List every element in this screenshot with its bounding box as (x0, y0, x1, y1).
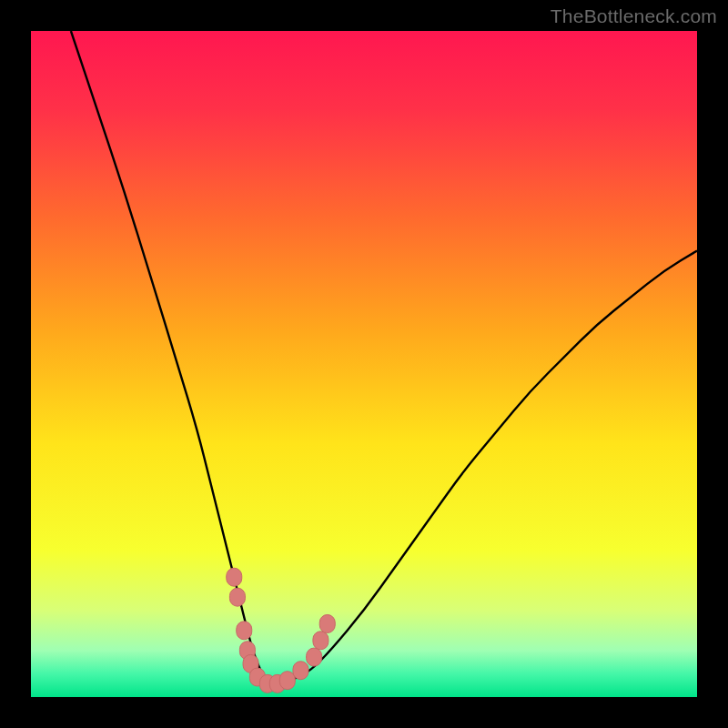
chart-frame: TheBottleneck.com (0, 0, 728, 728)
data-marker (279, 672, 295, 690)
gradient-background (31, 31, 697, 697)
plot-area (31, 31, 697, 697)
data-marker (229, 588, 245, 606)
plot-svg (31, 31, 697, 697)
data-marker (227, 568, 242, 586)
data-marker (313, 632, 329, 650)
data-marker (293, 662, 308, 680)
data-marker (307, 648, 322, 666)
watermark-text: TheBottleneck.com (551, 5, 717, 27)
data-marker (237, 622, 252, 640)
data-marker (319, 614, 335, 632)
